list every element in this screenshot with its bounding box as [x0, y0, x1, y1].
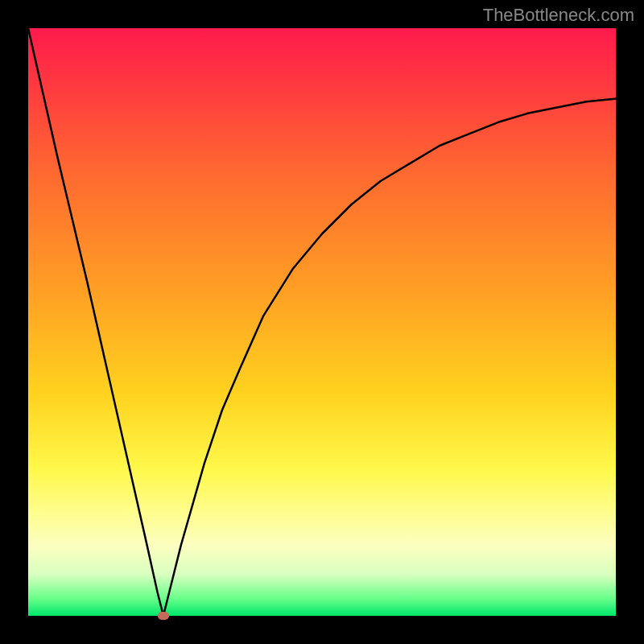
minimum-marker [158, 612, 169, 620]
chart-frame [28, 28, 616, 616]
watermark-text: TheBottleneck.com [483, 5, 634, 26]
chart-curve-svg [28, 28, 616, 616]
bottleneck-curve [28, 28, 616, 616]
